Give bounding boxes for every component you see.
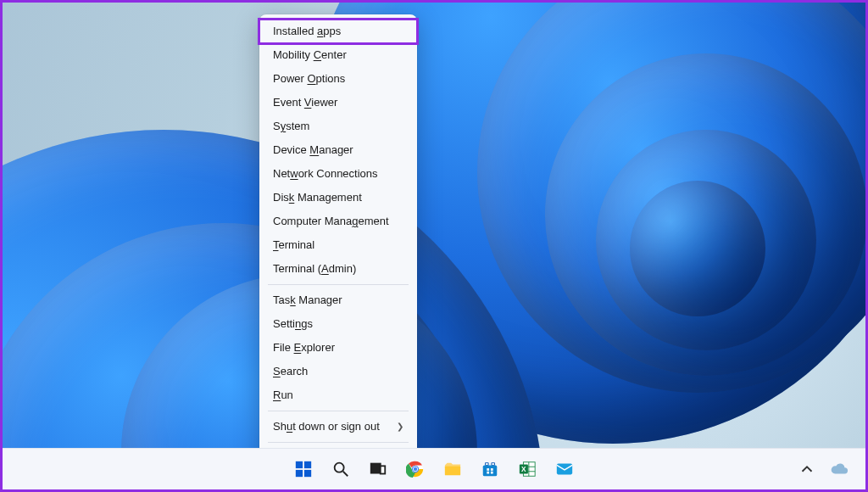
menu-item-mobility-center[interactable]: Mobility Center xyxy=(259,43,417,67)
menu-item-label: Search xyxy=(273,365,308,378)
taskbar: X xyxy=(3,448,865,489)
svg-rect-4 xyxy=(304,470,311,477)
mail-icon xyxy=(555,460,574,478)
chevron-up-icon xyxy=(798,460,816,478)
menu-item-task-manager[interactable]: Task Manager xyxy=(259,288,417,312)
svg-line-6 xyxy=(343,472,348,477)
folder-icon xyxy=(443,460,462,478)
svg-rect-17 xyxy=(487,472,489,474)
menu-item-label: Device Manager xyxy=(273,143,353,157)
menu-item-label: Shut down or sign out xyxy=(273,420,380,433)
search-icon xyxy=(331,460,350,478)
store-icon xyxy=(481,460,499,478)
chevron-right-icon: ❯ xyxy=(397,420,403,433)
menu-item-label: File Explorer xyxy=(273,341,335,355)
svg-rect-16 xyxy=(491,468,493,471)
svg-point-12 xyxy=(414,467,417,471)
svg-rect-1 xyxy=(296,461,303,468)
app-explorer[interactable] xyxy=(442,458,464,480)
menu-item-disk-management[interactable]: Disk Management xyxy=(259,186,417,210)
taskview-button[interactable] xyxy=(367,458,389,480)
app-mail[interactable] xyxy=(554,458,576,480)
app-excel[interactable]: X xyxy=(516,458,538,480)
app-store[interactable] xyxy=(479,458,501,480)
desktop-wallpaper xyxy=(3,3,865,489)
svg-rect-15 xyxy=(487,468,489,471)
menu-item-label: Run xyxy=(273,389,293,402)
excel-icon: X xyxy=(518,460,537,478)
menu-item-run[interactable]: Run xyxy=(259,383,417,407)
menu-item-label: Installed apps xyxy=(273,25,341,38)
taskview-icon xyxy=(369,460,387,478)
menu-item-settings[interactable]: Settings xyxy=(259,312,417,336)
svg-rect-2 xyxy=(304,461,311,468)
menu-separator xyxy=(268,411,409,411)
menu-item-label: Computer Management xyxy=(273,215,389,228)
svg-rect-8 xyxy=(381,466,386,473)
menu-item-system[interactable]: System xyxy=(259,115,417,138)
svg-point-5 xyxy=(335,463,344,472)
svg-text:X: X xyxy=(521,466,526,473)
menu-item-label: Event Viewer xyxy=(273,96,337,109)
menu-separator xyxy=(268,442,409,443)
menu-item-label: Settings xyxy=(273,317,313,331)
menu-item-shut-down-or-sign-out[interactable]: Shut down or sign out❯ xyxy=(259,415,417,439)
menu-item-file-explorer[interactable]: File Explorer xyxy=(259,336,417,360)
winx-power-menu: Installed appsMobility CenterPower Optio… xyxy=(259,14,417,475)
search-button[interactable] xyxy=(330,458,352,480)
menu-item-label: Disk Management xyxy=(273,191,362,204)
menu-item-network-connections[interactable]: Network Connections xyxy=(259,162,417,186)
start-button[interactable] xyxy=(292,458,314,480)
menu-item-terminal-admin[interactable]: Terminal (Admin) xyxy=(259,257,417,281)
chrome-icon xyxy=(406,460,425,478)
menu-item-label: Terminal (Admin) xyxy=(273,262,356,276)
menu-item-label: Power Options xyxy=(273,72,345,86)
menu-item-device-manager[interactable]: Device Manager xyxy=(259,138,417,162)
menu-item-computer-management[interactable]: Computer Management xyxy=(259,210,417,233)
svg-rect-3 xyxy=(296,470,303,477)
menu-item-label: System xyxy=(273,120,309,133)
menu-item-event-viewer[interactable]: Event Viewer xyxy=(259,91,417,115)
app-chrome[interactable] xyxy=(404,458,426,480)
svg-rect-25 xyxy=(557,464,572,475)
menu-item-power-options[interactable]: Power Options xyxy=(259,67,417,91)
tray-chevron[interactable] xyxy=(796,458,818,480)
cloud-icon xyxy=(830,460,849,478)
menu-item-terminal[interactable]: Terminal xyxy=(259,233,417,257)
svg-rect-7 xyxy=(371,464,381,473)
svg-rect-14 xyxy=(483,465,498,476)
menu-separator xyxy=(268,284,409,285)
menu-item-installed-apps[interactable]: Installed apps xyxy=(259,20,417,43)
menu-item-search[interactable]: Search xyxy=(259,360,417,383)
menu-item-label: Terminal xyxy=(273,238,314,252)
menu-item-label: Task Manager xyxy=(273,294,342,307)
menu-item-label: Network Connections xyxy=(273,167,378,181)
svg-rect-13 xyxy=(445,466,460,475)
menu-item-label: Mobility Center xyxy=(273,48,347,62)
svg-rect-18 xyxy=(491,472,493,474)
tray-onedrive[interactable] xyxy=(828,458,850,480)
start-icon xyxy=(294,460,313,478)
